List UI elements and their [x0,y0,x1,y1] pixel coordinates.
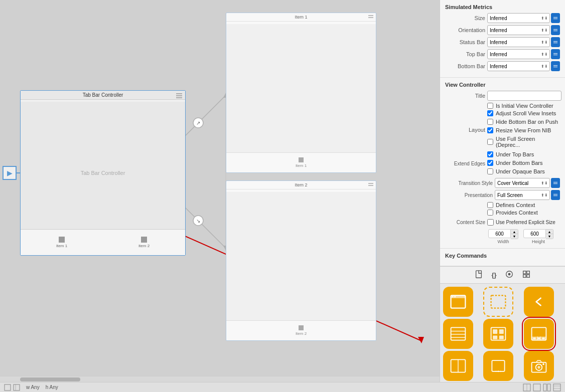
camera-icon[interactable] [524,351,554,381]
under-opaque-row[interactable]: Under Opaque Bars [487,168,545,174]
layout-icon-2[interactable] [533,383,541,391]
presentation-select[interactable]: Full Screen [495,190,550,200]
layout-label: Layout [445,127,485,133]
provides-context-checkbox[interactable] [487,210,493,216]
status-bar-stepper[interactable] [551,37,560,47]
top-bar-select[interactable]: Inferred [487,49,550,59]
transition-stepper[interactable] [551,178,560,188]
item2-handle[interactable] [368,183,373,186]
size-label: Size [445,15,485,21]
view-controller-section: View Controller Title Is Initial View Co… [440,78,565,249]
tabbar-icon[interactable] [524,319,554,349]
svg-rect-57 [547,384,550,391]
nav-back-icon[interactable] [524,287,554,317]
width-down-button[interactable]: ▼ [511,234,518,239]
layout-icon-3[interactable] [543,383,551,391]
presentation-row: Presentation Full Screen ⬆⬇ [445,190,560,200]
code-tab[interactable]: {} [489,270,498,280]
top-bar-select-wrapper[interactable]: Inferred ⬆⬇ [487,49,550,59]
grid-tab[interactable] [520,269,533,281]
layout-row: Layout Adjust Scroll View Insets Hide Bo… [445,110,560,149]
width-stepper-wrapper[interactable]: ▲ ▼ [488,229,518,239]
fullscreen-row[interactable]: Use Full Screen (Deprec... [487,136,560,148]
svg-rect-58 [553,384,560,391]
defines-context-checkbox[interactable] [487,202,493,208]
height-input[interactable] [523,229,546,238]
layout-icon-1[interactable] [523,383,531,391]
status-bar-select-wrapper[interactable]: Inferred ⬆⬇ [487,37,550,47]
collection-icon[interactable] [483,319,513,349]
split-view-icon[interactable] [443,351,473,381]
simulated-metrics-section: Simulated Metrics Size Inferred ⬆⬇ Orien… [440,0,565,78]
item2-view-controller[interactable]: Item 2 Item 2 [226,180,376,341]
svg-point-21 [454,296,456,298]
table-icon[interactable] [443,319,473,349]
vc-title-input[interactable] [487,91,561,101]
size-select-wrapper[interactable]: Inferred ⬆⬇ [487,13,550,23]
tab-label-1: Item 1 [56,244,67,248]
view-controller-section-title: View Controller [445,82,560,88]
file-tab[interactable] [472,269,485,281]
presentation-select-wrapper[interactable]: Full Screen ⬆⬇ [495,190,550,200]
horizontal-scrollbar[interactable] [0,376,440,382]
key-commands-title: Key Commands [445,253,560,259]
hide-bottom-row[interactable]: Hide Bottom Bar on Push [487,119,560,125]
extend-edges-row: Extend Edges Under Top Bars Under Bottom… [445,151,560,176]
bottom-bar-select-wrapper[interactable]: Inferred ⬆⬇ [487,61,550,71]
resize-handle[interactable] [176,93,182,98]
presentation-stepper[interactable] [551,190,560,200]
bottom-bar-stepper[interactable] [551,61,560,71]
svg-rect-31 [493,336,498,339]
item1-view-controller[interactable]: Item 1 Item 1 [226,13,376,173]
under-top-label: Under Top Bars [496,151,534,157]
view-controller-icon[interactable] [443,287,473,317]
adjust-scroll-checkbox[interactable] [487,110,493,116]
height-stepper-wrapper[interactable]: ▲ ▼ [523,229,553,239]
hide-bottom-checkbox[interactable] [487,119,493,125]
defines-context-row[interactable]: Defines Context [445,202,560,208]
width-buttons[interactable]: ▲ ▼ [511,229,518,239]
resize-icons[interactable] [4,384,20,391]
svg-rect-14 [523,271,525,274]
height-down-button[interactable]: ▼ [546,234,553,239]
under-bottom-row[interactable]: Under Bottom Bars [487,160,545,166]
use-preferred-checkbox[interactable] [487,219,494,226]
initial-vc-row[interactable]: Is Initial View Controller [445,103,560,109]
orientation-select-wrapper[interactable]: Inferred ⬆⬇ [487,25,550,35]
orientation-stepper[interactable] [551,25,560,35]
initial-vc-checkbox[interactable] [487,103,493,109]
status-bar-select[interactable]: Inferred [487,37,550,47]
circle-tab[interactable] [503,269,516,281]
svg-rect-30 [499,329,504,334]
vc-title-row: Title [445,91,560,101]
fullscreen-checkbox[interactable] [487,139,493,145]
height-buttons[interactable]: ▲ ▼ [546,229,553,239]
top-bar-stepper[interactable] [551,49,560,59]
scrollbar-thumb[interactable] [20,377,80,381]
placeholder-icon[interactable] [483,287,513,317]
width-input[interactable] [488,229,511,238]
provides-context-row[interactable]: Provides Context [445,210,560,216]
under-top-checkbox[interactable] [487,151,493,157]
size-select[interactable]: Inferred [487,13,550,23]
bottom-bar-select[interactable]: Inferred [487,61,550,71]
height-up-button[interactable]: ▲ [546,230,553,234]
transition-select-wrapper[interactable]: Cover Vertical ⬆⬇ [495,178,550,188]
under-bottom-checkbox[interactable] [487,160,493,166]
adjust-scroll-row[interactable]: Adjust Scroll View Insets [487,110,560,116]
page-view-icon[interactable] [483,351,513,381]
item1-bar-label: Item 1 [296,163,307,168]
resize-nib-checkbox[interactable] [487,127,493,133]
under-opaque-checkbox[interactable] [487,168,493,174]
transition-select[interactable]: Cover Vertical [495,178,550,188]
under-top-row[interactable]: Under Top Bars [487,151,545,157]
orientation-select[interactable]: Inferred [487,25,550,35]
layout-icon-4[interactable] [553,383,561,391]
width-up-button[interactable]: ▲ [511,230,518,234]
resize-nib-row[interactable]: Resize View From NIB [487,127,560,133]
canvas-area[interactable]: ↗ ↘ ▶ Tab Bar Controller [0,0,440,382]
tab-bar-controller[interactable]: ▶ Tab Bar Controller Item 1 [20,90,186,256]
item1-handle[interactable] [368,15,373,18]
tbc-overlay-label: Tab Bar Controller [81,170,125,176]
size-stepper[interactable] [551,13,560,23]
